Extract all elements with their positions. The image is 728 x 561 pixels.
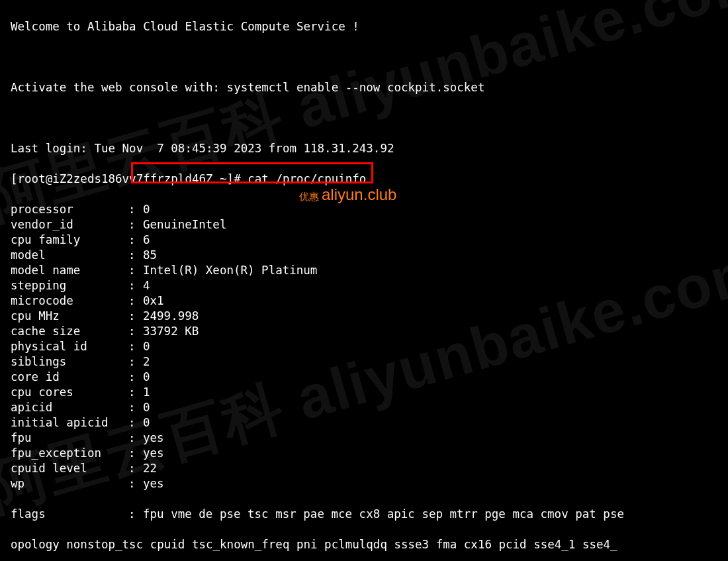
cpuinfo-value: fpu vme de pse tsc msr pae mce cx8 apic … bbox=[143, 507, 721, 522]
cpuinfo-row: stepping: 4 bbox=[11, 278, 721, 293]
cpuinfo-colon: : bbox=[128, 507, 143, 522]
cpuinfo-value: GenuineIntel bbox=[143, 217, 721, 232]
cpuinfo-value: 2 bbox=[143, 354, 721, 370]
cpuinfo-value: Intel(R) Xeon(R) Platinum bbox=[143, 263, 721, 278]
cpuinfo-row: initial apicid: 0 bbox=[11, 415, 721, 431]
flags-wrap-line: opology nonstop_tsc cpuid tsc_known_freq… bbox=[11, 537, 721, 552]
cpuinfo-key: physical id bbox=[11, 339, 128, 354]
cpuinfo-row: cache size: 33792 KB bbox=[11, 324, 721, 339]
cpuinfo-key: vendor_id bbox=[11, 217, 128, 232]
cpuinfo-colon: : bbox=[128, 370, 143, 385]
cpuinfo-colon: : bbox=[128, 263, 143, 278]
cpuinfo-value: 2499.998 bbox=[143, 309, 721, 324]
cpuinfo-value: 6 bbox=[143, 232, 721, 248]
cpuinfo-row: apicid: 0 bbox=[11, 400, 721, 415]
cpuinfo-value: 33792 KB bbox=[143, 324, 721, 339]
cpuinfo-row-flags: flags: fpu vme de pse tsc msr pae mce cx… bbox=[11, 507, 721, 522]
cpuinfo-colon: : bbox=[128, 446, 143, 461]
cpuinfo-row: cpu family: 6 bbox=[11, 232, 721, 248]
cpuinfo-colon: : bbox=[128, 431, 143, 446]
cpuinfo-row: core id: 0 bbox=[11, 370, 721, 385]
cpuinfo-key: flags bbox=[11, 507, 128, 522]
blank-line bbox=[11, 111, 721, 126]
cpuinfo-key: fpu bbox=[11, 431, 128, 446]
cpuinfo-key: cpu cores bbox=[11, 385, 128, 400]
cpuinfo-row: cpu MHz: 2499.998 bbox=[11, 309, 721, 324]
cpuinfo-colon: : bbox=[128, 232, 143, 248]
cpuinfo-colon: : bbox=[128, 202, 143, 217]
cpuinfo-row: processor: 0 bbox=[11, 202, 721, 217]
cpuinfo-key: apicid bbox=[11, 400, 128, 415]
cpuinfo-value: yes bbox=[143, 476, 721, 491]
cpuinfo-row: microcode: 0x1 bbox=[11, 293, 721, 309]
cpuinfo-key: cpuid level bbox=[11, 461, 128, 476]
cpuinfo-key: fpu_exception bbox=[11, 446, 128, 461]
cpuinfo-row: fpu: yes bbox=[11, 431, 721, 446]
cpuinfo-value: 0 bbox=[143, 370, 721, 385]
cpuinfo-colon: : bbox=[128, 324, 143, 339]
blank-line bbox=[11, 50, 721, 65]
welcome-line: Welcome to Alibaba Cloud Elastic Compute… bbox=[11, 19, 721, 34]
cpuinfo-colon: : bbox=[128, 217, 143, 232]
cpuinfo-value: 22 bbox=[143, 461, 721, 476]
last-login-line: Last login: Tue Nov 7 08:45:39 2023 from… bbox=[11, 141, 721, 156]
prompt-line: [root@iZ2zeds186vv7ffrzpld46Z ~]# cat /p… bbox=[11, 172, 721, 187]
cpuinfo-colon: : bbox=[128, 385, 143, 400]
cpuinfo-value: 0 bbox=[143, 415, 721, 431]
cpuinfo-key: initial apicid bbox=[11, 415, 128, 431]
shell-command: cat /proc/cpuinfo bbox=[248, 172, 366, 185]
cpuinfo-colon: : bbox=[128, 461, 143, 476]
cpuinfo-value: yes bbox=[143, 446, 721, 461]
cpuinfo-row: wp: yes bbox=[11, 476, 721, 491]
terminal-output[interactable]: Welcome to Alibaba Cloud Elastic Compute… bbox=[0, 0, 728, 561]
activate-line: Activate the web console with: systemctl… bbox=[11, 80, 721, 95]
cpuinfo-colon: : bbox=[128, 309, 143, 324]
cpuinfo-row: cpuid level: 22 bbox=[11, 461, 721, 476]
cpuinfo-row: fpu_exception: yes bbox=[11, 446, 721, 461]
shell-prompt: [root@iZ2zeds186vv7ffrzpld46Z ~]# bbox=[11, 172, 248, 185]
cpuinfo-colon: : bbox=[128, 415, 143, 431]
cpuinfo-key: cpu family bbox=[11, 232, 128, 248]
cpuinfo-colon: : bbox=[128, 354, 143, 370]
cpuinfo-colon: : bbox=[128, 278, 143, 293]
cpuinfo-key: processor bbox=[11, 202, 128, 217]
cpuinfo-value: 1 bbox=[143, 385, 721, 400]
cpuinfo-colon: : bbox=[128, 248, 143, 263]
cpuinfo-value: 4 bbox=[143, 278, 721, 293]
cpuinfo-row: physical id: 0 bbox=[11, 339, 721, 354]
cpuinfo-value: 0 bbox=[143, 202, 721, 217]
cpuinfo-block: processor: 0vendor_id: GenuineIntelcpu f… bbox=[11, 202, 721, 491]
cpuinfo-value: 0 bbox=[143, 339, 721, 354]
cpuinfo-key: wp bbox=[11, 476, 128, 491]
cpuinfo-colon: : bbox=[128, 400, 143, 415]
cpuinfo-key: model name bbox=[11, 263, 128, 278]
cpuinfo-value: 85 bbox=[143, 248, 721, 263]
cpuinfo-value: 0 bbox=[143, 400, 721, 415]
cpuinfo-key: cpu MHz bbox=[11, 309, 128, 324]
cpuinfo-key: cache size bbox=[11, 324, 128, 339]
cpuinfo-colon: : bbox=[128, 476, 143, 491]
cpuinfo-value: 0x1 bbox=[143, 293, 721, 309]
cpuinfo-key: model bbox=[11, 248, 128, 263]
cpuinfo-row: cpu cores: 1 bbox=[11, 385, 721, 400]
cpuinfo-row: model name: Intel(R) Xeon(R) Platinum bbox=[11, 263, 721, 278]
cpuinfo-row: model: 85 bbox=[11, 248, 721, 263]
cpuinfo-colon: : bbox=[128, 293, 143, 309]
cpuinfo-key: microcode bbox=[11, 293, 128, 309]
cpuinfo-key: core id bbox=[11, 370, 128, 385]
cpuinfo-row: siblings: 2 bbox=[11, 354, 721, 370]
cpuinfo-row: vendor_id: GenuineIntel bbox=[11, 217, 721, 232]
cpuinfo-value: yes bbox=[143, 431, 721, 446]
cpuinfo-colon: : bbox=[128, 339, 143, 354]
cpuinfo-key: stepping bbox=[11, 278, 128, 293]
cpuinfo-key: siblings bbox=[11, 354, 128, 370]
